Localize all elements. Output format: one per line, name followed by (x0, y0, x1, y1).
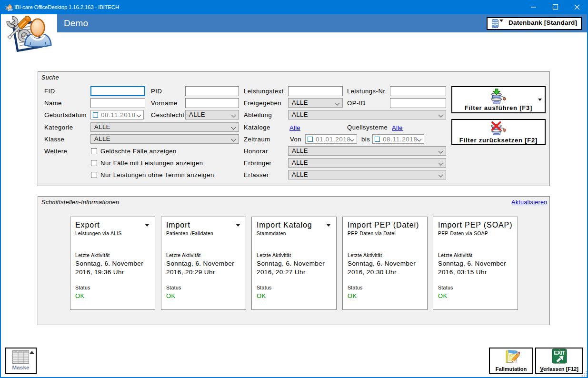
svg-text:EXIT: EXIT (554, 350, 565, 356)
